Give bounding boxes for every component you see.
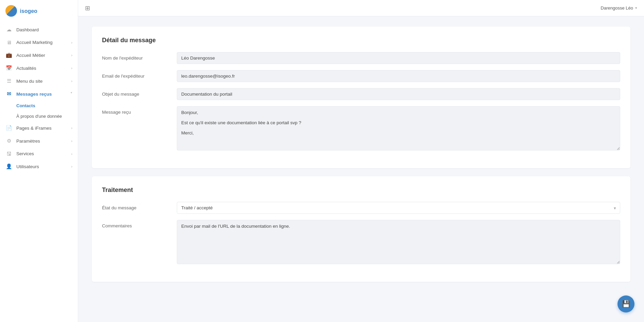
chevron-right-icon: › xyxy=(71,126,72,130)
detail-card-title: Détail du message xyxy=(102,37,620,44)
objet-message-row: Objet du message xyxy=(102,88,620,100)
sidebar-label-pages-iframes: Pages & iFrames xyxy=(16,126,67,131)
envelope-icon: ✉ xyxy=(5,91,12,97)
message-recu-row: Message reçu Bonjour, Est ce qu'il exist… xyxy=(102,106,620,152)
sidebar-item-accueil-marketing[interactable]: 🖥 Accueil Marketing › xyxy=(0,36,78,49)
detail-card: Détail du message Nom de l'expéditeur Em… xyxy=(92,27,630,168)
email-expediteur-value xyxy=(177,70,620,82)
commentaires-value: Envoi par mail de l'URL de la documentat… xyxy=(177,220,620,265)
etat-select-wrap: En attente Traité / accepté Refusé ▾ xyxy=(177,202,620,214)
pages-icon: 📄 xyxy=(5,125,12,131)
calendar-icon: 📅 xyxy=(5,65,12,71)
logo-text: isogeo xyxy=(19,5,46,17)
email-expediteur-input[interactable] xyxy=(177,70,620,82)
commentaires-textarea[interactable]: Envoi par mail de l'URL de la documentat… xyxy=(177,220,620,264)
sidebar-label-accueil-metier: Accueil Métier xyxy=(16,53,67,58)
sidebar-item-a-propos[interactable]: À propos d'une donnée xyxy=(16,111,78,122)
chevron-right-icon: › xyxy=(71,164,72,168)
chevron-right-icon: › xyxy=(71,53,72,57)
message-recu-label: Message reçu xyxy=(102,106,177,115)
etat-message-label: État du message xyxy=(102,202,177,210)
topbar: ⊞ Darengosse Léo ▾ xyxy=(78,0,644,16)
services-icon: 🖫 xyxy=(5,151,12,157)
etat-message-value: En attente Traité / accepté Refusé ▾ xyxy=(177,202,620,214)
sidebar-submenu-messages: Contacts À propos d'une donnée xyxy=(0,100,78,122)
nom-expediteur-input[interactable] xyxy=(177,52,620,64)
sidebar-label-messages-recus: Messages reçus xyxy=(16,92,66,97)
logo-icon xyxy=(5,5,17,17)
sidebar-item-actualites[interactable]: 📅 Actualités › xyxy=(0,62,78,75)
objet-message-value xyxy=(177,88,620,100)
save-button[interactable]: 💾 xyxy=(617,295,634,312)
user-icon: 👤 xyxy=(5,163,12,170)
commentaires-row: Commentaires Envoi par mail de l'URL de … xyxy=(102,220,620,265)
sidebar-label-accueil-marketing: Accueil Marketing xyxy=(16,40,67,45)
user-menu[interactable]: Darengosse Léo ▾ xyxy=(601,5,637,11)
briefcase-icon: 💼 xyxy=(5,52,12,58)
user-name: Darengosse Léo xyxy=(601,5,633,11)
chevron-right-icon: › xyxy=(71,66,72,70)
sidebar: isogeo ☁ Dashboard 🖥 Accueil Marketing ›… xyxy=(0,0,78,322)
message-recu-textarea[interactable]: Bonjour, Est ce qu'il existe une documen… xyxy=(177,106,620,150)
cloud-icon: ☁ xyxy=(5,27,12,33)
user-chevron-icon: ▾ xyxy=(635,6,637,10)
message-recu-value: Bonjour, Est ce qu'il existe une documen… xyxy=(177,106,620,152)
sidebar-label-parametres: Paramètres xyxy=(16,139,67,144)
traitement-card-title: Traitement xyxy=(102,187,620,194)
content-area: Détail du message Nom de l'expéditeur Em… xyxy=(78,16,644,322)
sidebar-label-services: Services xyxy=(16,151,67,156)
nom-expediteur-value xyxy=(177,52,620,64)
sidebar-item-messages-recus[interactable]: ✉ Messages reçus ˅ xyxy=(0,87,78,100)
svg-text:isogeo: isogeo xyxy=(20,8,37,14)
grid-icon[interactable]: ⊞ xyxy=(85,4,90,12)
sidebar-label-actualites: Actualités xyxy=(16,66,67,71)
logo-area: isogeo xyxy=(0,0,78,20)
sidebar-label-menu-du-site: Menu du site xyxy=(16,79,67,84)
etat-message-select[interactable]: En attente Traité / accepté Refusé xyxy=(177,202,620,214)
etat-message-row: État du message En attente Traité / acce… xyxy=(102,202,620,214)
sidebar-item-dashboard[interactable]: ☁ Dashboard xyxy=(0,23,78,36)
sidebar-nav: ☁ Dashboard 🖥 Accueil Marketing › 💼 Accu… xyxy=(0,20,78,322)
sidebar-item-menu-du-site[interactable]: ☰ Menu du site › xyxy=(0,75,78,87)
chevron-right-icon: › xyxy=(71,79,72,83)
nom-expediteur-row: Nom de l'expéditeur xyxy=(102,52,620,64)
email-expediteur-label: Email de l'expéditeur xyxy=(102,70,177,79)
sidebar-item-utilisateurs[interactable]: 👤 Utilisateurs › xyxy=(0,160,78,173)
sidebar-label-dashboard: Dashboard xyxy=(16,27,72,32)
gear-icon: ⚙ xyxy=(5,138,12,144)
sidebar-item-accueil-metier[interactable]: 💼 Accueil Métier › xyxy=(0,49,78,62)
objet-message-input[interactable] xyxy=(177,88,620,100)
traitement-card: Traitement État du message En attente Tr… xyxy=(92,176,630,282)
chevron-right-icon: › xyxy=(71,152,72,156)
save-icon: 💾 xyxy=(622,300,630,308)
objet-message-label: Objet du message xyxy=(102,88,177,97)
nom-expediteur-label: Nom de l'expéditeur xyxy=(102,52,177,61)
email-expediteur-row: Email de l'expéditeur xyxy=(102,70,620,82)
commentaires-label: Commentaires xyxy=(102,220,177,228)
monitor-icon: 🖥 xyxy=(5,39,12,45)
sidebar-item-contacts[interactable]: Contacts xyxy=(16,100,78,111)
sidebar-item-services[interactable]: 🖫 Services › xyxy=(0,147,78,160)
sidebar-item-parametres[interactable]: ⚙ Paramètres › xyxy=(0,134,78,147)
sidebar-label-utilisateurs: Utilisateurs xyxy=(16,164,67,169)
menu-icon: ☰ xyxy=(5,78,12,84)
main-area: ⊞ Darengosse Léo ▾ Détail du message Nom… xyxy=(78,0,644,322)
chevron-down-icon: ˅ xyxy=(70,92,72,96)
chevron-right-icon: › xyxy=(71,139,72,143)
chevron-right-icon: › xyxy=(71,41,72,45)
sidebar-item-pages-iframes[interactable]: 📄 Pages & iFrames › xyxy=(0,122,78,134)
